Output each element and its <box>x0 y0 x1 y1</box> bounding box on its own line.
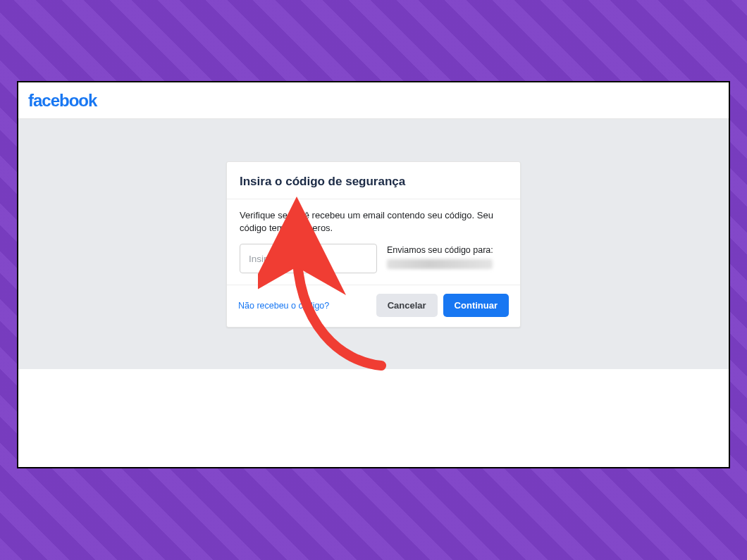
modal-header: Insira o código de segurança <box>227 162 520 199</box>
continue-button[interactable]: Continuar <box>443 294 509 317</box>
modal-body: Verifique se você recebeu um email conte… <box>227 199 520 285</box>
security-code-input[interactable] <box>240 244 377 273</box>
app-window: facebook Insira o código de segurança Ve… <box>17 81 730 468</box>
modal-title: Insira o código de segurança <box>240 175 507 189</box>
facebook-logo: facebook <box>28 91 97 111</box>
cancel-button[interactable]: Cancelar <box>376 294 438 317</box>
security-code-modal: Insira o código de segurança Verifique s… <box>226 161 521 328</box>
did-not-receive-code-link[interactable]: Não recebeu o código? <box>238 301 329 311</box>
recipient-email-blurred <box>387 259 493 269</box>
button-group: Cancelar Continuar <box>376 294 509 317</box>
content-area: Insira o código de segurança Verifique s… <box>18 119 729 369</box>
code-input-row: Enviamos seu código para: <box>240 244 507 273</box>
sent-to-note: Enviamos seu código para: <box>387 244 507 269</box>
facebook-header: facebook <box>18 82 729 119</box>
sent-to-label: Enviamos seu código para: <box>387 245 493 255</box>
modal-description: Verifique se você recebeu um email conte… <box>240 209 507 234</box>
modal-footer: Não recebeu o código? Cancelar Continuar <box>227 285 520 327</box>
